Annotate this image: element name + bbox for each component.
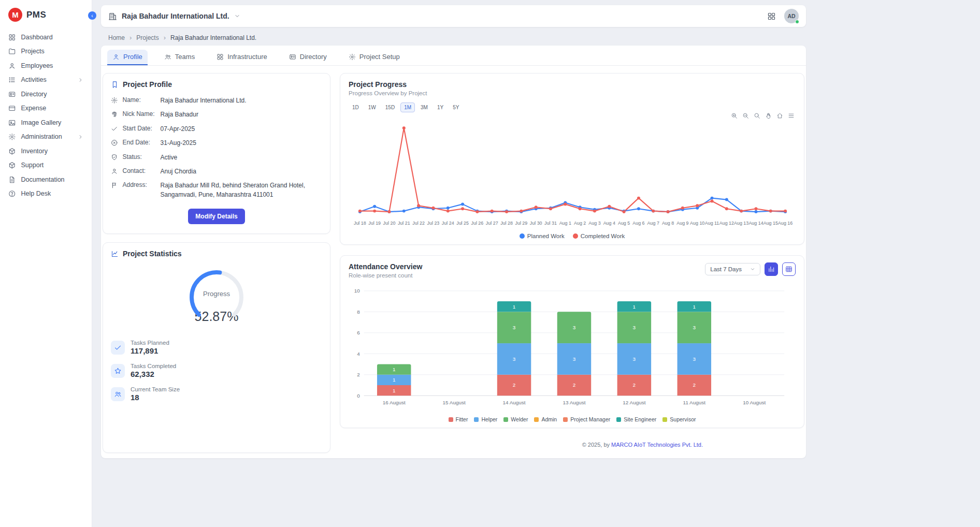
gear-icon xyxy=(111,97,118,104)
modify-details-button[interactable]: Modify Details xyxy=(188,209,244,224)
svg-text:2: 2 xyxy=(573,383,576,388)
box-icon xyxy=(8,148,16,155)
legend-swatch xyxy=(520,233,525,239)
series-line-planned-work xyxy=(360,198,785,212)
range-button-1m[interactable]: 1M xyxy=(400,103,415,112)
field-label: Start Date: xyxy=(123,125,156,132)
svg-text:Jul 31: Jul 31 xyxy=(544,221,557,226)
legend-swatch xyxy=(449,417,453,422)
bar-view-button[interactable] xyxy=(765,262,778,276)
reset-home-icon[interactable] xyxy=(776,112,783,119)
svg-text:1: 1 xyxy=(393,377,396,383)
avatar[interactable]: AD xyxy=(784,9,799,23)
folder-icon xyxy=(8,48,16,55)
sidebar-item-employees[interactable]: Employees xyxy=(0,58,92,73)
card-header: Project Profile xyxy=(111,80,322,89)
data-point xyxy=(431,207,435,210)
sidebar-item-projects[interactable]: Projects xyxy=(0,45,92,59)
legend-item-supervisor[interactable]: Supervisor xyxy=(662,416,696,422)
tab-project-setup[interactable]: Project Setup xyxy=(343,50,405,65)
legend-label: Project Manager xyxy=(570,416,610,422)
legend-item-helper[interactable]: Helper xyxy=(474,416,497,422)
svg-text:12 August: 12 August xyxy=(623,400,645,405)
chart-menu-icon[interactable] xyxy=(788,112,795,119)
field-value: 31-Aug-2025 xyxy=(161,139,323,148)
data-point xyxy=(637,207,640,210)
breadcrumb: Home › Projects › Raja Bahadur Internati… xyxy=(108,34,980,41)
brand[interactable]: M PMS xyxy=(0,0,92,30)
legend-item-admin[interactable]: Admin xyxy=(534,416,557,422)
legend-item-welder[interactable]: Welder xyxy=(503,416,528,422)
svg-text:10 August: 10 August xyxy=(743,400,766,405)
selection-zoom-icon[interactable] xyxy=(754,112,760,119)
pan-hand-icon[interactable] xyxy=(765,112,772,119)
data-point xyxy=(505,210,508,213)
svg-text:15 August: 15 August xyxy=(443,400,466,405)
sidebar-item-directory[interactable]: Directory xyxy=(0,87,92,101)
tab-teams[interactable]: Teams xyxy=(159,50,200,65)
tab-directory[interactable]: Directory xyxy=(284,50,332,65)
legend-item-completed-work[interactable]: Completed Work xyxy=(573,233,625,239)
data-point xyxy=(711,197,714,200)
range-button-1d[interactable]: 1D xyxy=(349,103,363,112)
sidebar-item-activities[interactable]: Activities xyxy=(0,73,92,87)
legend-label: Completed Work xyxy=(581,233,625,239)
attendance-plot[interactable]: 024681011116 August15 August233114 Augus… xyxy=(349,284,796,415)
company-selector[interactable]: Raja Bahadur International Ltd. xyxy=(122,12,229,20)
sidebar-item-image-gallery[interactable]: Image Gallery xyxy=(0,115,92,130)
data-point xyxy=(549,207,552,210)
breadcrumb-home[interactable]: Home xyxy=(108,34,125,41)
table-view-button[interactable] xyxy=(782,262,796,276)
svg-text:0: 0 xyxy=(357,393,360,399)
range-button-15d[interactable]: 15D xyxy=(382,103,398,112)
date-range-select[interactable]: Last 7 Days xyxy=(705,263,760,275)
sidebar-item-expense[interactable]: Expense xyxy=(0,101,92,116)
tab-profile[interactable]: Profile xyxy=(107,50,148,65)
project-profile-card: Project Profile Name:Raja Bahadur Intern… xyxy=(103,73,330,234)
svg-text:1: 1 xyxy=(393,388,396,393)
sidebar-item-administration[interactable]: Administration xyxy=(0,130,92,144)
brand-name: PMS xyxy=(26,10,46,20)
company-link[interactable]: MARCO AIoT Technologies Pvt. Ltd. xyxy=(611,442,703,448)
users-icon xyxy=(164,53,171,61)
range-button-1y[interactable]: 1Y xyxy=(434,103,447,112)
footer: © 2025, by MARCO AIoT Technologies Pvt. … xyxy=(340,438,804,453)
breadcrumb-separator: › xyxy=(129,34,132,41)
sidebar-item-support[interactable]: Support xyxy=(0,158,92,173)
range-button-1w[interactable]: 1W xyxy=(365,103,380,112)
breadcrumb-projects[interactable]: Projects xyxy=(136,34,158,41)
fingerprint-icon xyxy=(111,111,118,118)
chart-icon xyxy=(111,250,119,258)
legend-swatch xyxy=(503,417,508,422)
main-area: Raja Bahadur International Ltd. AD Home … xyxy=(92,0,980,458)
sidebar-item-documentation[interactable]: Documentation xyxy=(0,172,92,187)
tab-infrastructure[interactable]: Infrastructure xyxy=(211,50,272,65)
range-button-5y[interactable]: 5Y xyxy=(449,103,463,112)
sidebar-item-help-desk[interactable]: Help Desk xyxy=(0,187,92,201)
attendance-controls: Last 7 Days xyxy=(705,262,796,276)
chevron-right-icon xyxy=(78,77,83,83)
legend-swatch xyxy=(563,417,568,422)
field-value: Raja Bahadur xyxy=(161,110,323,119)
field-value: 07-Apr-2025 xyxy=(161,125,323,134)
apps-grid-icon[interactable] xyxy=(767,12,776,21)
data-point xyxy=(461,207,464,210)
range-button-3m[interactable]: 3M xyxy=(417,103,431,112)
legend-item-site-engineer[interactable]: Site Engineer xyxy=(616,416,656,422)
project-progress-plot[interactable]: Jul 18Jul 19Jul 20Jul 21Jul 22Jul 23Jul … xyxy=(349,117,796,231)
legend-item-planned-work[interactable]: Planned Work xyxy=(520,233,565,239)
zoom-in-icon[interactable] xyxy=(731,112,738,119)
zoom-out-icon[interactable] xyxy=(742,112,749,119)
sidebar-collapse-button[interactable]: ‹ xyxy=(88,11,96,20)
sidebar-item-inventory[interactable]: Inventory xyxy=(0,144,92,158)
legend-item-project-manager[interactable]: Project Manager xyxy=(563,416,610,422)
chevron-right-icon xyxy=(78,134,83,140)
svg-text:Aug 5: Aug 5 xyxy=(618,221,630,226)
field-value: Raja Bahadur Mill Rd, behind Sheraton Gr… xyxy=(161,181,323,199)
svg-text:Jul 23: Jul 23 xyxy=(427,221,440,226)
chevron-down-icon[interactable] xyxy=(234,13,240,19)
legend-item-fitter[interactable]: Fitter xyxy=(449,416,468,422)
progress-gauge: Progress xyxy=(185,266,248,327)
data-point xyxy=(637,197,640,200)
sidebar-item-dashboard[interactable]: Dashboard xyxy=(0,30,92,45)
